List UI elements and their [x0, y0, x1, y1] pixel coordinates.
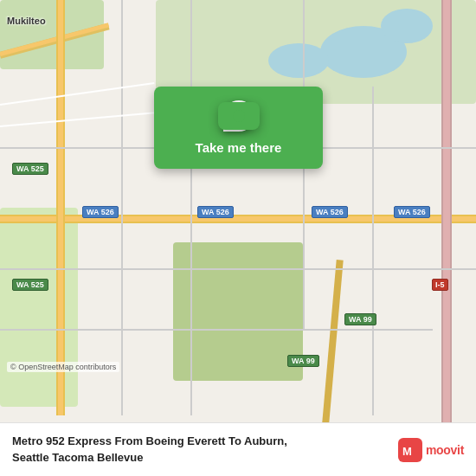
- minor-road-v4: [372, 87, 374, 415]
- minor-road-v2: [190, 0, 192, 415]
- park-area-4: [0, 208, 78, 407]
- wa526-label-3: WA 526: [312, 206, 348, 218]
- take-me-there-popup[interactable]: Take me there: [154, 87, 323, 169]
- route-title: Metro 952 Express From Boeing Everett To…: [12, 434, 388, 449]
- route-subtitle: Seattle Tacoma Bellevue: [12, 450, 388, 466]
- moovit-text: moovit: [426, 443, 464, 457]
- map-copyright: © OpenStreetMap contributors: [7, 362, 119, 372]
- wa526-label-4: WA 526: [394, 206, 430, 218]
- minor-road-2: [0, 268, 476, 270]
- app-container: Mukilteo WA 525 WA 526 WA 526 WA 526 WA …: [0, 0, 476, 476]
- moovit-logo: M moovit: [398, 438, 464, 462]
- location-pin: [223, 100, 254, 132]
- wa525-road: [58, 0, 63, 415]
- minor-road-3: [0, 329, 433, 331]
- wa525-label-top: WA 525: [12, 163, 48, 175]
- minor-road-v1: [121, 0, 123, 415]
- svg-text:M: M: [402, 445, 412, 458]
- wa526-label-1: WA 526: [82, 206, 119, 218]
- water-area-3: [268, 43, 329, 78]
- i5-label: I-5: [432, 279, 448, 291]
- location-pin-wrapper: [216, 94, 261, 138]
- i5-road: [443, 0, 450, 422]
- park-area-3: [173, 242, 303, 381]
- water-area-2: [381, 9, 433, 43]
- bottom-bar: Metro 952 Express From Boeing Everett To…: [0, 422, 476, 476]
- wa99-label-1: WA 99: [344, 313, 376, 325]
- moovit-icon: M: [398, 438, 422, 462]
- mukilteo-label: Mukilteo: [7, 16, 46, 26]
- map-area[interactable]: Mukilteo WA 525 WA 526 WA 526 WA 526 WA …: [0, 0, 476, 422]
- wa526-label-2: WA 526: [197, 206, 234, 218]
- take-me-there-label: Take me there: [196, 140, 282, 155]
- route-info: Metro 952 Express From Boeing Everett To…: [12, 434, 388, 465]
- wa525-label-bottom: WA 525: [12, 279, 48, 291]
- wa99-label-2: WA 99: [287, 355, 319, 367]
